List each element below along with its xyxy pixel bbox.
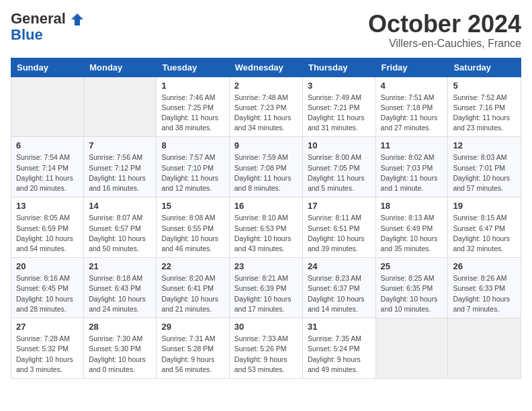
calendar-cell: 20Sunrise: 8:16 AM Sunset: 6:45 PM Dayli… — [11, 258, 84, 318]
day-number: 31 — [308, 322, 371, 332]
day-info: Sunrise: 7:49 AM Sunset: 7:21 PM Dayligh… — [308, 93, 371, 134]
day-info: Sunrise: 8:18 AM Sunset: 6:43 PM Dayligh… — [89, 273, 151, 314]
calendar-cell: 1Sunrise: 7:46 AM Sunset: 7:25 PM Daylig… — [157, 77, 229, 137]
day-info: Sunrise: 8:07 AM Sunset: 6:57 PM Dayligh… — [89, 213, 151, 254]
day-number: 5 — [453, 81, 516, 91]
calendar-cell: 15Sunrise: 8:08 AM Sunset: 6:55 PM Dayli… — [157, 197, 229, 258]
calendar-header-thursday: Thursday — [302, 58, 375, 77]
day-info: Sunrise: 8:00 AM Sunset: 7:05 PM Dayligh… — [308, 152, 371, 193]
page-header: General Blue October 2024 Villers-en-Cau… — [11, 11, 521, 50]
day-number: 9 — [234, 140, 298, 150]
day-info: Sunrise: 8:20 AM Sunset: 6:41 PM Dayligh… — [161, 273, 224, 314]
calendar-week-row: 1Sunrise: 7:46 AM Sunset: 7:25 PM Daylig… — [11, 77, 521, 137]
day-number: 22 — [161, 261, 224, 271]
calendar-cell — [11, 77, 84, 137]
day-number: 21 — [89, 261, 151, 271]
day-info: Sunrise: 8:26 AM Sunset: 6:33 PM Dayligh… — [453, 273, 516, 314]
day-number: 29 — [161, 322, 224, 332]
day-number: 3 — [308, 81, 371, 91]
day-info: Sunrise: 8:11 AM Sunset: 6:51 PM Dayligh… — [308, 213, 371, 254]
day-info: Sunrise: 7:59 AM Sunset: 7:08 PM Dayligh… — [234, 152, 298, 193]
day-info: Sunrise: 8:02 AM Sunset: 7:03 PM Dayligh… — [381, 152, 443, 193]
calendar-cell: 5Sunrise: 7:52 AM Sunset: 7:16 PM Daylig… — [448, 77, 521, 137]
logo: General Blue — [11, 11, 83, 43]
day-number: 2 — [234, 81, 298, 91]
calendar-cell: 19Sunrise: 8:15 AM Sunset: 6:47 PM Dayli… — [448, 197, 521, 258]
calendar-header-saturday: Saturday — [448, 58, 521, 77]
day-number: 11 — [381, 140, 443, 150]
day-info: Sunrise: 7:51 AM Sunset: 7:18 PM Dayligh… — [381, 93, 443, 134]
day-info: Sunrise: 7:54 AM Sunset: 7:14 PM Dayligh… — [16, 152, 79, 193]
calendar-cell: 28Sunrise: 7:30 AM Sunset: 5:30 PM Dayli… — [84, 318, 157, 379]
day-number: 24 — [308, 261, 371, 271]
day-number: 27 — [16, 322, 79, 332]
day-info: Sunrise: 8:25 AM Sunset: 6:35 PM Dayligh… — [381, 273, 443, 314]
day-info: Sunrise: 8:21 AM Sunset: 6:39 PM Dayligh… — [234, 273, 298, 314]
day-info: Sunrise: 8:23 AM Sunset: 6:37 PM Dayligh… — [308, 273, 371, 314]
day-number: 20 — [16, 261, 79, 271]
day-info: Sunrise: 7:46 AM Sunset: 7:25 PM Dayligh… — [161, 93, 224, 134]
calendar-cell: 4Sunrise: 7:51 AM Sunset: 7:18 PM Daylig… — [375, 77, 448, 137]
calendar-cell — [84, 77, 157, 137]
calendar-header-row: SundayMondayTuesdayWednesdayThursdayFrid… — [11, 58, 521, 77]
logo-general-text: General — [11, 11, 83, 27]
day-info: Sunrise: 7:48 AM Sunset: 7:23 PM Dayligh… — [234, 93, 298, 134]
calendar-cell: 27Sunrise: 7:28 AM Sunset: 5:32 PM Dayli… — [11, 318, 84, 379]
calendar-cell — [375, 318, 448, 379]
day-info: Sunrise: 7:30 AM Sunset: 5:30 PM Dayligh… — [89, 334, 151, 375]
calendar-cell: 22Sunrise: 8:20 AM Sunset: 6:41 PM Dayli… — [157, 258, 229, 318]
calendar-cell: 18Sunrise: 8:13 AM Sunset: 6:49 PM Dayli… — [375, 197, 448, 258]
calendar-cell: 14Sunrise: 8:07 AM Sunset: 6:57 PM Dayli… — [84, 197, 157, 258]
calendar-cell: 3Sunrise: 7:49 AM Sunset: 7:21 PM Daylig… — [302, 77, 375, 137]
calendar-cell: 9Sunrise: 7:59 AM Sunset: 7:08 PM Daylig… — [229, 137, 302, 197]
calendar-week-row: 6Sunrise: 7:54 AM Sunset: 7:14 PM Daylig… — [11, 137, 521, 197]
day-number: 30 — [234, 322, 298, 332]
calendar-cell: 10Sunrise: 8:00 AM Sunset: 7:05 PM Dayli… — [302, 137, 375, 197]
calendar-header-friday: Friday — [375, 58, 448, 77]
day-info: Sunrise: 7:35 AM Sunset: 5:24 PM Dayligh… — [308, 334, 371, 375]
calendar-cell: 13Sunrise: 8:05 AM Sunset: 6:59 PM Dayli… — [11, 197, 84, 258]
day-info: Sunrise: 8:05 AM Sunset: 6:59 PM Dayligh… — [16, 213, 79, 254]
day-number: 4 — [381, 81, 443, 91]
calendar-cell: 7Sunrise: 7:56 AM Sunset: 7:12 PM Daylig… — [84, 137, 157, 197]
day-number: 1 — [161, 81, 224, 91]
calendar-cell: 12Sunrise: 8:03 AM Sunset: 7:01 PM Dayli… — [448, 137, 521, 197]
day-number: 16 — [234, 201, 298, 211]
calendar-cell: 23Sunrise: 8:21 AM Sunset: 6:39 PM Dayli… — [229, 258, 302, 318]
day-number: 7 — [89, 140, 151, 150]
calendar-week-row: 27Sunrise: 7:28 AM Sunset: 5:32 PM Dayli… — [11, 318, 521, 379]
day-info: Sunrise: 8:15 AM Sunset: 6:47 PM Dayligh… — [453, 213, 516, 254]
day-info: Sunrise: 7:57 AM Sunset: 7:10 PM Dayligh… — [161, 152, 224, 193]
calendar-header-wednesday: Wednesday — [229, 58, 302, 77]
calendar-header-tuesday: Tuesday — [157, 58, 229, 77]
calendar-cell: 26Sunrise: 8:26 AM Sunset: 6:33 PM Dayli… — [448, 258, 521, 318]
day-info: Sunrise: 7:31 AM Sunset: 5:28 PM Dayligh… — [161, 334, 224, 375]
title-section: October 2024 Villers-en-Cauchies, France — [368, 11, 521, 50]
calendar-cell: 24Sunrise: 8:23 AM Sunset: 6:37 PM Dayli… — [302, 258, 375, 318]
day-info: Sunrise: 8:08 AM Sunset: 6:55 PM Dayligh… — [161, 213, 224, 254]
calendar-cell: 2Sunrise: 7:48 AM Sunset: 7:23 PM Daylig… — [229, 77, 302, 137]
day-number: 28 — [89, 322, 151, 332]
day-info: Sunrise: 8:03 AM Sunset: 7:01 PM Dayligh… — [453, 152, 516, 193]
day-number: 10 — [308, 140, 371, 150]
day-info: Sunrise: 8:16 AM Sunset: 6:45 PM Dayligh… — [16, 273, 79, 314]
day-number: 18 — [381, 201, 443, 211]
calendar-cell: 16Sunrise: 8:10 AM Sunset: 6:53 PM Dayli… — [229, 197, 302, 258]
day-number: 26 — [453, 261, 516, 271]
calendar-header-sunday: Sunday — [11, 58, 84, 77]
calendar-cell: 25Sunrise: 8:25 AM Sunset: 6:35 PM Dayli… — [375, 258, 448, 318]
day-info: Sunrise: 7:28 AM Sunset: 5:32 PM Dayligh… — [16, 334, 79, 375]
calendar-week-row: 20Sunrise: 8:16 AM Sunset: 6:45 PM Dayli… — [11, 258, 521, 318]
calendar-table: SundayMondayTuesdayWednesdayThursdayFrid… — [11, 58, 521, 379]
calendar-cell: 11Sunrise: 8:02 AM Sunset: 7:03 PM Dayli… — [375, 137, 448, 197]
calendar-cell: 17Sunrise: 8:11 AM Sunset: 6:51 PM Dayli… — [302, 197, 375, 258]
day-number: 12 — [453, 140, 516, 150]
logo-blue-text: Blue — [11, 27, 83, 43]
day-number: 14 — [89, 201, 151, 211]
calendar-cell: 31Sunrise: 7:35 AM Sunset: 5:24 PM Dayli… — [302, 318, 375, 379]
day-number: 17 — [308, 201, 371, 211]
day-number: 8 — [161, 140, 224, 150]
day-info: Sunrise: 8:13 AM Sunset: 6:49 PM Dayligh… — [381, 213, 443, 254]
calendar-cell: 6Sunrise: 7:54 AM Sunset: 7:14 PM Daylig… — [11, 137, 84, 197]
day-number: 19 — [453, 201, 516, 211]
